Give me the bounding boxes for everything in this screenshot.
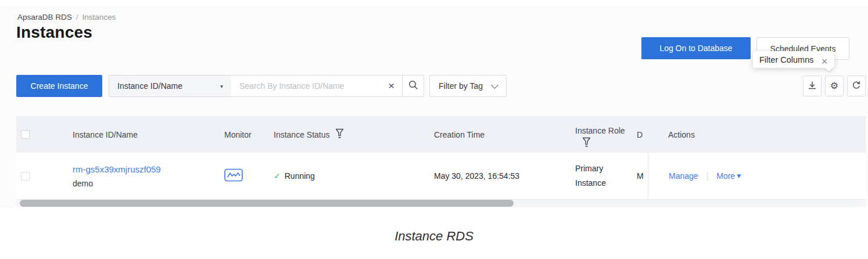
select-all-checkbox[interactable] [21, 130, 30, 139]
close-icon[interactable]: × [821, 56, 827, 67]
column-header-instance: Instance ID/Name [73, 116, 224, 153]
column-header-created: Creation Time [434, 116, 575, 153]
create-instance-button[interactable]: Create Instance [16, 75, 102, 97]
column-header-role: Instance Role [575, 126, 625, 135]
table-row: rm-gs5x39xmjruszf059 demo ✓ Running May … [16, 153, 866, 200]
export-download-button[interactable] [803, 75, 822, 96]
status-filter-funnel-icon[interactable] [335, 128, 344, 141]
breadcrumb: ApsaraDB RDS/Instances [17, 13, 116, 21]
breadcrumb-separator: / [76, 13, 78, 21]
gear-icon: ⚙ [830, 81, 838, 91]
instance-id-link[interactable]: rm-gs5x39xmjruszf059 [73, 164, 161, 174]
actions-divider: | [706, 171, 709, 181]
filter-by-tag-label: Filter by Tag [439, 81, 483, 91]
more-link[interactable]: More [716, 171, 735, 181]
row-checkbox[interactable] [21, 172, 30, 181]
filter-columns-label: Filter Columns [759, 55, 813, 64]
log-on-to-database-button[interactable]: Log On to Database [641, 37, 751, 59]
search-input[interactable] [231, 75, 385, 96]
search-category-dropdown[interactable]: Instance ID/Name ▾ [109, 75, 231, 96]
instance-name: demo [73, 177, 224, 190]
download-icon [808, 81, 817, 92]
instance-role: Primary Instance [575, 161, 617, 190]
horizontal-scrollbar-thumb[interactable] [20, 200, 514, 207]
breadcrumb-current: Instances [83, 13, 116, 21]
search-submit-button[interactable] [402, 75, 424, 96]
page: ApsaraDB RDS/Instances Instances Log On … [0, 0, 868, 259]
column-header-status: Instance Status [274, 130, 330, 139]
column-header-clipped: D [637, 116, 648, 153]
status-badge: Running [285, 171, 315, 181]
caret-down-icon: ▾ [220, 83, 223, 89]
column-settings-button[interactable]: ⚙ [825, 75, 844, 96]
chevron-down-icon [491, 81, 498, 89]
table-header-row: Instance ID/Name Monitor Instance Status… [16, 116, 866, 153]
status-ok-check-icon: ✓ [274, 171, 281, 181]
column-header-actions: Actions [648, 116, 866, 153]
horizontal-scrollbar-track[interactable] [16, 200, 866, 207]
clear-search-icon[interactable]: × [388, 80, 394, 91]
column-header-monitor: Monitor [224, 116, 274, 153]
manage-link[interactable]: Manage [669, 171, 698, 181]
page-title: Instances [16, 23, 92, 42]
monitor-chart-icon[interactable] [224, 168, 243, 184]
refresh-icon [852, 81, 861, 92]
search-category-value: Instance ID/Name [117, 81, 182, 91]
refresh-button[interactable] [847, 75, 866, 96]
clipped-cell: M [637, 153, 648, 199]
filter-columns-tooltip: Filter Columns × [753, 51, 834, 68]
creation-time: May 30, 2023, 16:54:53 [434, 153, 575, 199]
search-icon [408, 80, 418, 92]
image-caption: Instance RDS [0, 229, 868, 244]
instance-search-combo: Instance ID/Name ▾ × [109, 75, 424, 97]
breadcrumb-root-link[interactable]: ApsaraDB RDS [17, 13, 72, 21]
filter-by-tag-dropdown[interactable]: Filter by Tag [429, 75, 507, 97]
caret-down-icon: ▼ [737, 173, 741, 179]
role-filter-funnel-icon[interactable] [582, 137, 629, 149]
